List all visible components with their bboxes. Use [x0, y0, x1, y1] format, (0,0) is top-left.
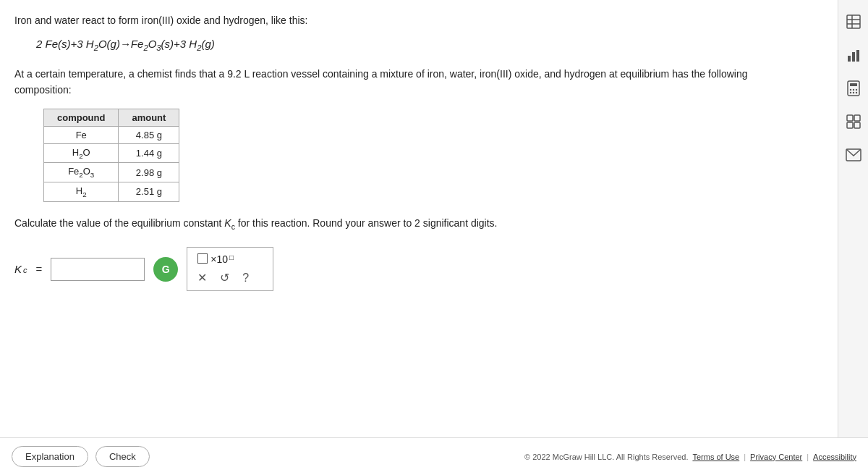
svg-rect-8	[850, 83, 857, 86]
compound-table: compound amount Fe 4.85 g H2O 1.44 g Fe2…	[43, 109, 179, 202]
close-icon[interactable]: ✕	[197, 271, 207, 285]
calculator-icon[interactable]	[843, 78, 864, 98]
kc-letter: K	[14, 263, 22, 275]
compound-fe: Fe	[44, 126, 119, 143]
amount-h2: 2.51 g	[119, 182, 179, 201]
reaction-equation: 2 Fe(s)+3 H2O(g)→Fe2O3(s)+3 H2(g)	[36, 35, 781, 54]
kc-label: Kc	[14, 263, 27, 275]
bottom-left-actions: Explanation Check	[12, 446, 150, 467]
svg-rect-16	[854, 115, 860, 121]
terms-link[interactable]: Terms of Use	[692, 453, 739, 461]
accessibility-link[interactable]: Accessibility	[813, 453, 856, 461]
explanation-button[interactable]: Explanation	[12, 446, 88, 467]
answer-row: Kc = G ×10 □ ✕ ↺ ?	[14, 247, 781, 291]
table-row: Fe 4.85 g	[44, 126, 179, 143]
svg-rect-17	[847, 122, 853, 128]
kc-equals: =	[36, 263, 43, 275]
table-row: H2 2.51 g	[44, 182, 179, 201]
table-header-amount: amount	[119, 109, 179, 126]
intro-text: Iron and water react to form iron(III) o…	[14, 13, 781, 28]
undo-icon[interactable]: ↺	[220, 271, 229, 285]
svg-rect-18	[854, 122, 860, 128]
svg-rect-15	[847, 115, 853, 121]
grid-icon[interactable]	[843, 112, 864, 132]
compound-h2o: H2O	[44, 143, 119, 163]
notation-box: ×10 □ ✕ ↺ ?	[187, 247, 273, 291]
x10-label: ×10	[210, 253, 228, 265]
envelope-icon[interactable]	[843, 145, 864, 165]
check-button[interactable]: Check	[95, 446, 150, 467]
compound-h2: H2	[44, 182, 119, 201]
amount-fe2o3: 2.98 g	[119, 163, 179, 182]
separator-1: |	[744, 453, 746, 461]
bottom-bar: Explanation Check © 2022 McGraw Hill LLC…	[0, 437, 868, 475]
help-icon[interactable]: ?	[242, 272, 249, 285]
svg-point-11	[855, 89, 856, 91]
svg-rect-4	[848, 56, 851, 62]
svg-point-13	[852, 92, 854, 93]
svg-rect-5	[852, 52, 855, 62]
table-row: H2O 1.44 g	[44, 143, 179, 163]
privacy-link[interactable]: Privacy Center	[750, 453, 802, 461]
green-g-button[interactable]: G	[153, 257, 178, 282]
compound-fe2o3: Fe2O3	[44, 163, 119, 182]
kc-subscript: c	[23, 266, 27, 274]
chart-icon[interactable]	[843, 45, 864, 65]
answer-input-field[interactable]	[51, 258, 145, 281]
question-text: Calculate the value of the equilibrium c…	[14, 215, 781, 233]
svg-point-10	[852, 89, 854, 91]
notation-actions: ✕ ↺ ?	[197, 271, 249, 285]
svg-point-14	[855, 92, 856, 93]
svg-point-12	[849, 92, 851, 93]
table-row: Fe2O3 2.98 g	[44, 163, 179, 182]
notation-checkbox[interactable]	[197, 253, 208, 264]
separator-2: |	[807, 453, 809, 461]
equation-text: 2 Fe(s)+3 H2O(g)→Fe2O3(s)+3 H2(g)	[36, 38, 215, 50]
svg-rect-0	[847, 15, 860, 28]
right-sidebar	[838, 0, 868, 475]
amount-h2o: 1.44 g	[119, 143, 179, 163]
svg-point-9	[849, 89, 851, 91]
table-header-compound: compound	[44, 109, 119, 126]
copyright-text: © 2022 McGraw Hill LLC. All Rights Reser…	[524, 453, 688, 461]
description-text: At a certain temperature, a chemist find…	[14, 66, 781, 98]
footer: © 2022 McGraw Hill LLC. All Rights Reser…	[524, 453, 856, 461]
amount-fe: 4.85 g	[119, 126, 179, 143]
notation-top: ×10 □	[197, 253, 234, 265]
notation-superscript: □	[229, 253, 234, 261]
table-icon[interactable]	[843, 12, 864, 32]
svg-rect-6	[856, 50, 859, 62]
